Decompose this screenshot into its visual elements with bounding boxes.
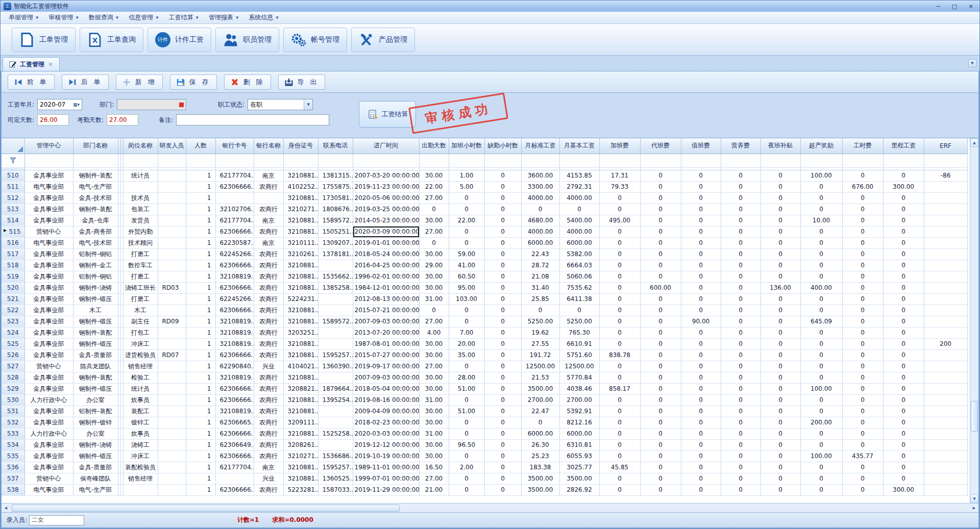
table-row-521[interactable]: 521金具事业部钢制件-锻压打磨工162245266...农商行5224231.…	[2, 293, 967, 305]
column-header[interactable]: ERF	[924, 138, 967, 154]
cell[interactable]: 0	[842, 394, 883, 406]
cell[interactable]: 62306666...	[215, 260, 254, 271]
cell[interactable]	[215, 473, 254, 484]
filter-cell[interactable]	[559, 154, 599, 167]
cell[interactable]: 农商行	[254, 383, 283, 394]
cell[interactable]: 62306666...	[215, 349, 254, 361]
cell[interactable]: 1536686...	[318, 450, 353, 462]
cell[interactable]: 0	[883, 372, 924, 383]
cell[interactable]: 0	[484, 338, 521, 349]
cell[interactable]: 0	[681, 361, 721, 372]
cell[interactable]: 数控车工	[123, 260, 158, 271]
cell[interactable]: 1309207...	[318, 237, 353, 248]
cell[interactable]: 0	[484, 170, 521, 181]
cell[interactable]: 0	[449, 428, 484, 439]
cell[interactable]: 0	[484, 293, 521, 305]
cell[interactable]: 0	[640, 450, 681, 462]
cell[interactable]: 0	[883, 260, 924, 271]
cell[interactable]: 21.08	[521, 271, 559, 282]
row-number[interactable]: 510	[2, 170, 24, 181]
cell[interactable]: 1	[186, 462, 215, 473]
cell[interactable]: 31.00	[419, 394, 449, 406]
cell[interactable]: 0	[640, 361, 681, 372]
cell[interactable]: 金具事业部	[24, 372, 73, 383]
cell[interactable]: 0	[721, 215, 761, 226]
cell[interactable]: 0	[484, 462, 521, 473]
column-header[interactable]: 夜班补贴	[761, 138, 800, 154]
cell[interactable]: 0	[599, 192, 640, 204]
cell[interactable]: 3210881...	[283, 394, 318, 406]
cell[interactable]: 0	[484, 181, 521, 192]
cell[interactable]: 0	[842, 428, 883, 439]
cell[interactable]: 农商行	[254, 428, 283, 439]
cell[interactable]	[924, 484, 967, 495]
cell[interactable]: 0	[761, 338, 800, 349]
filter-cell[interactable]	[883, 154, 924, 167]
cell[interactable]: 32108819...	[215, 271, 254, 282]
row-number[interactable]: ▶515	[2, 226, 24, 237]
cell[interactable]: 5.00	[449, 181, 484, 192]
cell[interactable]: 0	[842, 215, 883, 226]
cell[interactable]: 0	[681, 450, 721, 462]
column-header[interactable]: 超产奖励	[800, 138, 842, 154]
cell[interactable]: 62177704...	[215, 462, 254, 473]
cell[interactable]: 27.00	[419, 473, 449, 484]
filter-cell[interactable]	[73, 154, 118, 167]
cell[interactable]: 4038.46	[559, 383, 599, 394]
cell[interactable]: 0	[842, 338, 883, 349]
cell[interactable]	[924, 204, 967, 215]
cell[interactable]: 营销中心	[24, 361, 73, 372]
cell[interactable]: 外贸内勤	[123, 226, 158, 237]
filter-funnel-cell[interactable]	[2, 154, 24, 167]
cell[interactable]: 0	[842, 293, 883, 305]
cell[interactable]: 0	[842, 170, 883, 181]
cell[interactable]	[318, 372, 353, 383]
table-row-532[interactable]: 532金具事业部钢制件-镀锌镀锌工162306665...农商行3209111.…	[2, 417, 967, 428]
cell[interactable]	[318, 260, 353, 271]
cell[interactable]: 南京	[254, 462, 283, 473]
cell[interactable]: 495.00	[599, 215, 640, 226]
row-number[interactable]: 531	[2, 406, 24, 417]
cell[interactable]: 0	[681, 428, 721, 439]
column-header[interactable]: 值班费	[681, 138, 721, 154]
cell[interactable]	[924, 417, 967, 428]
table-row-525[interactable]: 525金具事业部钢制件-锻压冲床工132108819...农商行3210881.…	[2, 338, 967, 349]
cell[interactable]: 31.00	[419, 428, 449, 439]
cell[interactable]	[158, 248, 186, 260]
cell[interactable]: 0	[800, 271, 842, 282]
cell[interactable]: 200	[924, 338, 967, 349]
cell[interactable]	[318, 406, 353, 417]
cell[interactable]: 6000.00	[521, 428, 559, 439]
cell[interactable]: 27.00	[419, 226, 449, 237]
cell[interactable]: 1	[186, 417, 215, 428]
table-row-519[interactable]: 519金具事业部铝制件-铜铝打磨工132108819...农商行3210881.…	[2, 271, 967, 282]
cell[interactable]: 0	[761, 248, 800, 260]
cell[interactable]	[158, 450, 186, 462]
cell[interactable]: 0	[800, 338, 842, 349]
cell[interactable]: 0	[640, 271, 681, 282]
cell[interactable]: 1	[186, 204, 215, 215]
cell[interactable]: 农商行	[254, 282, 283, 293]
cell[interactable]: 6000.00	[521, 237, 559, 248]
table-row-535[interactable]: 535金具事业部钢制件-锻压冲床工162306666...农商行3210271.…	[2, 450, 967, 462]
cell[interactable]: 27.00	[419, 192, 449, 204]
cell[interactable]: 农商行	[254, 338, 283, 349]
cell[interactable]: 0	[449, 192, 484, 204]
cell[interactable]: 0	[640, 327, 681, 338]
vertical-scrollbar[interactable]: ▲ ▼	[970, 138, 978, 503]
column-header[interactable]: 加班费	[599, 138, 640, 154]
cell[interactable]: 27.00	[419, 316, 449, 327]
row-number[interactable]: 530	[2, 394, 24, 406]
cell[interactable]: 4000.00	[559, 192, 599, 204]
cell[interactable]: 冲床工	[123, 338, 158, 349]
row-number[interactable]: 527	[2, 361, 24, 372]
cell[interactable]: 金具事业部	[24, 316, 73, 327]
cell[interactable]	[924, 406, 967, 417]
cell[interactable]: 30.00	[419, 417, 449, 428]
row-number[interactable]: 514	[2, 215, 24, 226]
table-row-536[interactable]: 536金具事业部金具-质量部装配检验员162177704...南京3210881…	[2, 462, 967, 473]
cell[interactable]: 1	[186, 372, 215, 383]
cell[interactable]: 32108819...	[215, 372, 254, 383]
cell[interactable]: 0	[681, 462, 721, 473]
scroll-right-icon[interactable]: ▶	[970, 506, 978, 510]
